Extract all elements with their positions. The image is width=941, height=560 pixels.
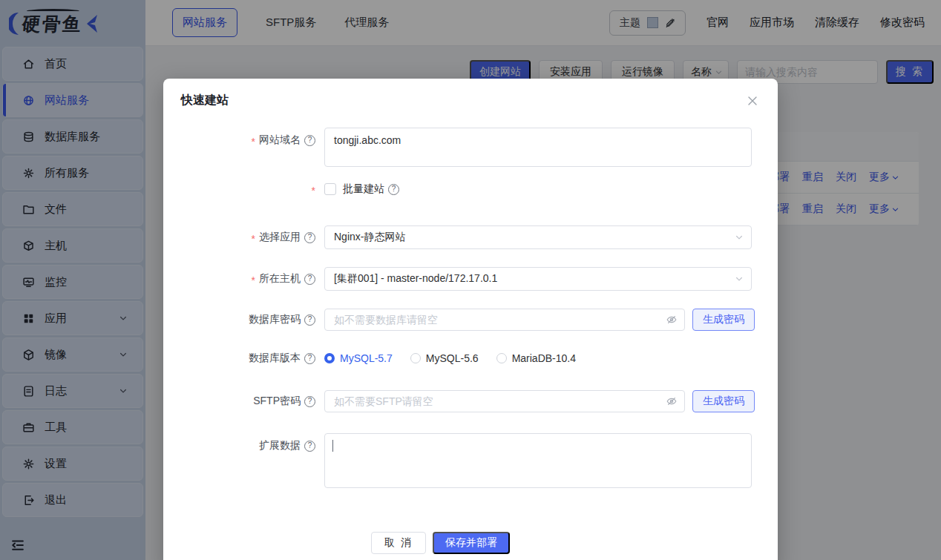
chevron-down-icon bbox=[735, 274, 744, 283]
chevron-down-icon bbox=[735, 233, 744, 242]
form-row-ext-data: 扩展数据 ? bbox=[163, 433, 778, 488]
domain-input[interactable]: tongji.abc.com bbox=[324, 128, 752, 167]
help-icon[interactable]: ? bbox=[304, 353, 315, 364]
eye-off-icon[interactable] bbox=[666, 395, 678, 407]
required-mark: * bbox=[252, 233, 255, 245]
form-row-db-version: 数据库版本 ? MySQL-5.7 MySQL-5.6 MariaDB-10.4 bbox=[163, 352, 778, 365]
batch-label-col: * bbox=[163, 183, 315, 195]
radio-label: MySQL-5.6 bbox=[426, 352, 479, 364]
form-row-db-password: 数据库密码 ? 生成密码 bbox=[163, 309, 778, 331]
db-version-label: 数据库版本 ? bbox=[163, 352, 315, 365]
batch-checkbox-label: 批量建站 bbox=[343, 182, 384, 196]
required-mark: * bbox=[312, 185, 315, 197]
host-label: * 所在主机 ? bbox=[163, 272, 315, 286]
ext-data-label-text: 扩展数据 bbox=[259, 439, 301, 452]
db-password-label-text: 数据库密码 bbox=[249, 313, 301, 326]
help-icon[interactable]: ? bbox=[304, 232, 315, 243]
generate-db-password-button[interactable]: 生成密码 bbox=[692, 309, 755, 331]
help-icon[interactable]: ? bbox=[388, 184, 399, 195]
save-and-deploy-button[interactable]: 保存并部署 bbox=[433, 532, 510, 554]
db-password-label: 数据库密码 ? bbox=[163, 313, 315, 326]
form-row-sftp-password: SFTP密码 ? 生成密码 bbox=[163, 390, 778, 412]
required-mark: * bbox=[252, 136, 255, 148]
radio-dot bbox=[324, 353, 335, 363]
host-select-value: [集群001] - master-node/172.17.0.1 bbox=[334, 272, 497, 286]
domain-label: * 网站域名 ? bbox=[163, 134, 315, 147]
app-label-text: 选择应用 bbox=[259, 231, 301, 244]
radio-label: MySQL-5.7 bbox=[340, 352, 393, 364]
ext-data-textarea[interactable] bbox=[324, 433, 752, 488]
help-icon[interactable]: ? bbox=[304, 135, 315, 146]
help-icon[interactable]: ? bbox=[304, 274, 315, 285]
batch-checkbox[interactable] bbox=[324, 183, 336, 195]
text-caret bbox=[332, 440, 333, 452]
app-label: * 选择应用 ? bbox=[163, 231, 315, 244]
app-select[interactable]: Nginx-静态网站 bbox=[324, 225, 752, 249]
sftp-password-input[interactable] bbox=[324, 390, 685, 412]
generate-sftp-password-button[interactable]: 生成密码 bbox=[692, 390, 755, 412]
help-icon[interactable]: ? bbox=[304, 396, 315, 407]
ext-data-label: 扩展数据 ? bbox=[163, 439, 315, 452]
radio-mariadb-104[interactable]: MariaDB-10.4 bbox=[496, 352, 576, 364]
radio-label: MariaDB-10.4 bbox=[512, 352, 576, 364]
db-version-label-text: 数据库版本 bbox=[249, 352, 301, 365]
modal-title: 快速建站 bbox=[181, 93, 229, 108]
sftp-password-label: SFTP密码 ? bbox=[163, 395, 315, 408]
required-mark: * bbox=[252, 274, 255, 286]
db-password-input[interactable] bbox=[324, 309, 685, 331]
app-window: 硬骨鱼 首页 网站服务 数据库服务 所有服务 bbox=[0, 0, 941, 560]
eye-off-icon[interactable] bbox=[666, 314, 678, 326]
modal-body: * 网站域名 ? tongji.abc.com * 批量建站 ? bbox=[163, 128, 778, 488]
form-row-domain: * 网站域名 ? tongji.abc.com bbox=[163, 128, 778, 167]
domain-label-text: 网站域名 bbox=[259, 134, 301, 147]
help-icon[interactable]: ? bbox=[304, 314, 315, 326]
radio-mysql-57[interactable]: MySQL-5.7 bbox=[324, 352, 393, 364]
host-select[interactable]: [集群001] - master-node/172.17.0.1 bbox=[324, 267, 752, 291]
quick-site-modal: 快速建站 * 网站域名 ? tongji.abc.com * bbox=[163, 79, 778, 560]
form-row-batch: * 批量建站 ? bbox=[163, 182, 778, 196]
modal-footer: 取 消 保存并部署 bbox=[371, 532, 510, 554]
form-row-app: * 选择应用 ? Nginx-静态网站 bbox=[163, 225, 778, 249]
radio-dot bbox=[410, 353, 421, 363]
host-label-text: 所在主机 bbox=[259, 272, 301, 286]
close-icon[interactable] bbox=[747, 95, 758, 107]
form-row-host: * 所在主机 ? [集群001] - master-node/172.17.0.… bbox=[163, 267, 778, 291]
radio-dot bbox=[496, 353, 507, 363]
cancel-button[interactable]: 取 消 bbox=[371, 532, 426, 554]
app-select-value: Nginx-静态网站 bbox=[334, 231, 405, 244]
help-icon[interactable]: ? bbox=[304, 441, 315, 452]
radio-mysql-56[interactable]: MySQL-5.6 bbox=[410, 352, 479, 364]
sftp-password-label-text: SFTP密码 bbox=[253, 395, 301, 408]
